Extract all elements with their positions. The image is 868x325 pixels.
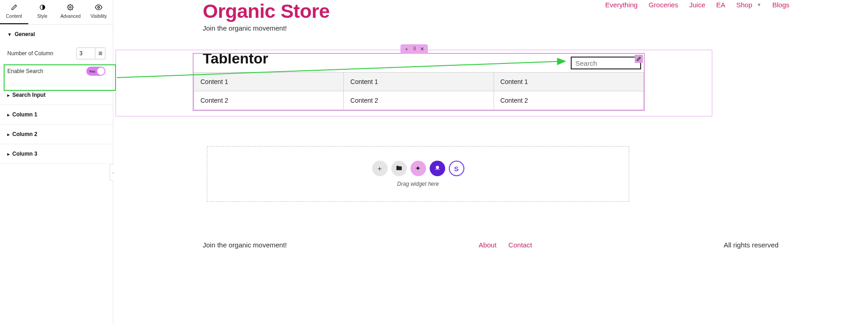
enable-search-toggle[interactable]: Yes [86,67,105,76]
svg-point-2 [98,6,100,8]
ai-button[interactable]: ✦ [410,161,426,176]
pencil-icon [11,4,18,11]
control-num-columns: Number of Column [7,44,105,63]
section-column1-header[interactable]: ▸ Column 1 [0,105,113,124]
footer-rights: All rights reserved [724,241,779,249]
section-column3-header[interactable]: ▸ Column 3 [0,144,113,163]
sidebar-tabs: Content Style Advanced Visibility [0,0,113,25]
table-cell: Content 2 [194,91,344,110]
caret-right-icon: ▸ [7,132,10,137]
nav-ea[interactable]: EA [716,1,726,9]
svg-point-8 [437,169,438,170]
toggle-knob [97,68,105,75]
tab-advanced[interactable]: Advanced [57,0,85,24]
svg-point-7 [435,169,436,170]
svg-rect-4 [99,53,102,53]
folder-icon [396,165,402,173]
tab-content-label: Content [6,14,22,19]
svg-rect-5 [99,54,102,55]
globe-button[interactable] [430,161,445,176]
tab-visibility-label: Visibility [90,14,107,19]
section-search-input-label: Search Input [12,92,46,98]
widget-toolbar: ＋ ⠿ ✕ [400,44,428,54]
editor-sidebar: Content Style Advanced Visibility ▼ Gene… [0,0,113,325]
tab-style-label: Style [37,14,47,19]
svg-point-6 [436,166,439,169]
table-cell: Content 2 [494,91,643,110]
toggle-yes-text: Yes [89,69,95,73]
site-footer: Join the organic movement! About Contact… [113,241,868,249]
eye-icon [95,4,102,11]
tab-content[interactable]: Content [0,0,28,24]
section-general-label: General [15,31,35,37]
svg-point-9 [438,169,439,170]
nav-everything[interactable]: Everything [605,1,638,9]
table-cell: Content 1 [194,73,344,91]
svg-rect-3 [99,52,102,52]
preview-canvas: Organic Store Join the organic movement!… [113,0,868,325]
nav-shop[interactable]: Shop [736,1,752,9]
edit-icon[interactable] [635,55,643,63]
data-table: Content 1 Content 1 Content 1 Content 2 … [194,72,644,110]
section-column2-header[interactable]: ▸ Column 2 [0,125,113,144]
close-icon[interactable]: ✕ [420,46,424,52]
table-row: Content 1 Content 1 Content 1 [194,73,644,91]
num-columns-input[interactable] [76,47,95,59]
s-button[interactable]: S [449,161,464,176]
add-icon[interactable]: ＋ [404,46,409,52]
contrast-icon [39,4,46,11]
table-cell: Content 1 [494,73,643,91]
num-columns-list-button[interactable] [95,47,105,59]
section-column3-label: Column 3 [12,151,37,157]
table-widget[interactable]: Content 1 Content 1 Content 1 Content 2 … [193,53,645,111]
section-column2-label: Column 2 [12,131,37,137]
section-search-input-header[interactable]: ▸ Search Input [0,85,113,105]
table-cell: Content 1 [344,73,494,91]
main-nav: Everything Groceries Juice EA Shop ▼ Blo… [605,1,789,9]
tab-advanced-label: Advanced [60,14,80,19]
section-column1: ▸ Column 1 [0,105,113,125]
globe-icon [434,164,441,173]
widget-drop-zone[interactable]: ＋ ✦ S Drag widget here [207,146,629,202]
add-widget-button[interactable]: ＋ [372,161,388,176]
caret-down-icon: ▼ [7,32,12,37]
caret-right-icon: ▸ [7,112,10,117]
folder-button[interactable] [391,161,407,176]
section-boundary[interactable]: ＋ ⠿ ✕ Content 1 Content 1 Content 1 Cont… [116,50,712,116]
footer-contact-link[interactable]: Contact [508,241,532,249]
site-tagline: Join the organic movement! [203,24,868,32]
caret-right-icon: ▸ [7,93,10,98]
drop-zone-buttons: ＋ ✦ S [372,161,464,176]
footer-tagline: Join the organic movement! [203,241,287,249]
tab-visibility[interactable]: Visibility [84,0,113,24]
nav-blogs[interactable]: Blogs [772,1,789,9]
s-icon: S [454,165,458,173]
control-enable-search: Enable Search Yes [7,63,105,79]
enable-search-label: Enable Search [7,68,43,74]
footer-about-link[interactable]: About [479,241,496,249]
section-general-header[interactable]: ▼ General [0,25,113,44]
gear-icon [67,4,74,11]
svg-point-1 [70,6,72,8]
drop-zone-text: Drag widget here [397,181,439,187]
sparkle-icon: ✦ [415,164,421,173]
drag-handle-icon[interactable]: ⠿ [413,46,416,52]
section-column2: ▸ Column 2 [0,125,113,144]
section-column3: ▸ Column 3 [0,144,113,164]
table-cell: Content 2 [344,91,494,110]
tab-style[interactable]: Style [28,0,57,24]
table-search-input[interactable] [571,57,641,69]
caret-right-icon: ▸ [7,152,10,157]
section-general: ▼ General Number of Column Enable Search… [0,25,113,85]
num-columns-label: Number of Column [7,50,53,57]
section-column1-label: Column 1 [12,111,37,118]
plus-icon: ＋ [376,164,383,173]
table-row: Content 2 Content 2 Content 2 [194,91,644,110]
section-search-input: ▸ Search Input [0,85,113,105]
chevron-down-icon: ▼ [757,2,762,7]
list-icon [98,51,103,56]
nav-juice[interactable]: Juice [689,1,705,9]
nav-groceries[interactable]: Groceries [648,1,678,9]
